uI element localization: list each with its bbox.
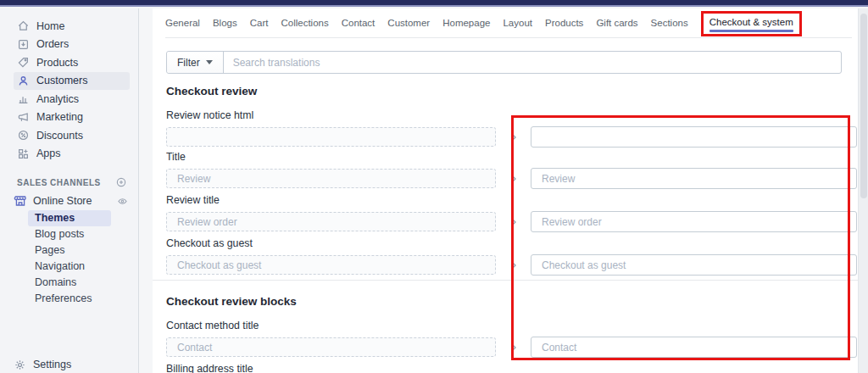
sidebar-item-label: Discounts <box>36 130 83 142</box>
sidebar-item-online-store[interactable]: Online Store <box>14 192 128 209</box>
analytics-bars-icon <box>17 92 30 105</box>
sidebar-item-themes[interactable]: Themes <box>28 210 111 226</box>
source-text-input <box>166 212 496 231</box>
sidebar-item-label: Settings <box>33 359 71 370</box>
chevron-right-icon <box>496 343 531 352</box>
tab-products[interactable]: Products <box>545 18 583 28</box>
sidebar-item-home[interactable]: Home <box>14 17 130 36</box>
sidebar-item-apps[interactable]: Apps <box>14 145 130 164</box>
sidebar-item-products[interactable]: Products <box>14 53 130 72</box>
sidebar-item-settings[interactable]: Settings <box>14 355 71 373</box>
field-label: Checkout as guest <box>166 237 857 250</box>
sidebar-item-label: Home <box>36 20 64 32</box>
translation-text-input[interactable] <box>531 168 857 189</box>
field-label: Review title <box>166 194 857 207</box>
sidebar-item-marketing[interactable]: Marketing <box>14 109 130 127</box>
field-label: Review notice html <box>166 109 857 122</box>
field-label: Billing address title <box>166 363 857 373</box>
tab-customer[interactable]: Customer <box>387 18 430 28</box>
tab-contact[interactable]: Contact <box>342 18 376 28</box>
chevron-right-icon <box>496 218 531 226</box>
tab-homepage[interactable]: Homepage <box>442 18 490 28</box>
source-text-input <box>166 255 496 275</box>
online-store-subnav: Themes Blog posts Pages Navigation Domai… <box>28 210 111 307</box>
sidebar-item-preferences[interactable]: Preferences <box>28 291 111 307</box>
plus-circle-icon[interactable] <box>116 177 126 187</box>
source-text-input <box>166 169 496 188</box>
caret-down-icon <box>206 60 213 64</box>
chevron-right-icon <box>496 261 531 270</box>
chevron-right-icon <box>496 133 531 142</box>
sidebar-item-label: Apps <box>36 148 61 159</box>
tab-checkout-system-annotation-box: Checkout & system <box>701 11 802 36</box>
sidebar-nav: Home Orders Products Customers <box>0 17 138 163</box>
products-tag-icon <box>17 56 30 69</box>
chevron-right-icon <box>496 175 531 183</box>
customers-person-icon <box>17 75 30 87</box>
section-heading-checkout-review: Checkout review <box>166 85 257 98</box>
sidebar-item-label: Online Store <box>33 195 92 207</box>
apps-grid-icon <box>17 148 30 160</box>
section-divider <box>153 280 859 281</box>
sidebar-item-label: Customers <box>36 75 87 86</box>
sidebar-item-label: Products <box>36 57 78 69</box>
search-translations-input[interactable] <box>224 52 841 73</box>
sidebar-item-customers[interactable]: Customers <box>14 72 130 91</box>
top-navigation-bar <box>0 0 868 7</box>
translation-row: Title <box>166 151 857 189</box>
sidebar-item-label: Marketing <box>36 111 83 123</box>
translation-row: Billing address title <box>166 363 857 373</box>
translation-row: Checkout as guest <box>166 237 857 276</box>
gear-icon <box>14 359 26 371</box>
sidebar-item-blog-posts[interactable]: Blog posts <box>28 226 111 242</box>
sidebar-item-analytics[interactable]: Analytics <box>14 90 130 109</box>
sidebar-item-label: Orders <box>36 38 69 50</box>
field-label: Title <box>166 151 857 164</box>
source-text-input <box>166 127 496 147</box>
translation-text-input[interactable] <box>531 337 857 358</box>
tab-cart[interactable]: Cart <box>250 18 269 28</box>
sidebar: Home Orders Products Customers <box>0 8 139 373</box>
sidebar-item-discounts[interactable]: Discounts <box>14 126 130 145</box>
translation-row: Review title <box>166 194 857 232</box>
sidebar-subitem-label: Pages <box>35 244 64 256</box>
filter-button[interactable]: Filter <box>167 52 224 73</box>
tab-general[interactable]: General <box>165 18 200 28</box>
sales-channels-header: SALES CHANNELS <box>17 176 126 188</box>
translation-row: Contact method title <box>166 320 857 358</box>
discounts-percent-icon <box>17 129 30 142</box>
orders-icon <box>17 38 30 51</box>
sidebar-item-domains[interactable]: Domains <box>28 275 111 291</box>
sidebar-subitem-label: Preferences <box>35 292 92 304</box>
translation-text-input[interactable] <box>531 211 857 232</box>
source-text-input <box>166 337 496 357</box>
translation-text-input[interactable] <box>531 126 857 148</box>
eye-icon[interactable] <box>117 196 128 207</box>
language-tabbar: General Blogs Cart Collections Contact C… <box>165 8 852 38</box>
main-content-panel: General Blogs Cart Collections Contact C… <box>153 8 859 373</box>
sidebar-item-label: Analytics <box>36 93 79 105</box>
tab-collections[interactable]: Collections <box>281 18 328 28</box>
sidebar-subitem-label: Domains <box>35 276 76 288</box>
tab-sections[interactable]: Sections <box>651 18 688 28</box>
shopify-admin-window: Home Orders Products Customers <box>0 0 868 373</box>
sidebar-item-orders[interactable]: Orders <box>14 36 130 54</box>
storefront-icon <box>14 194 27 208</box>
translation-row: Review notice html <box>166 109 857 148</box>
scrollbar-thumb[interactable] <box>860 14 867 198</box>
sidebar-subitem-label: Navigation <box>35 260 85 272</box>
translation-text-input[interactable] <box>531 254 857 276</box>
tab-layout[interactable]: Layout <box>503 18 532 28</box>
tab-checkout-system[interactable]: Checkout & system <box>709 17 793 27</box>
tab-gift-cards[interactable]: Gift cards <box>596 18 637 28</box>
field-label: Contact method title <box>166 320 857 332</box>
section-heading-checkout-review-blocks: Checkout review blocks <box>166 295 297 309</box>
tab-blogs[interactable]: Blogs <box>213 18 237 28</box>
sidebar-item-pages[interactable]: Pages <box>28 242 111 259</box>
sidebar-subitem-label: Themes <box>35 212 75 224</box>
vertical-scrollbar[interactable] <box>858 8 868 373</box>
sidebar-item-navigation[interactable]: Navigation <box>28 259 111 275</box>
sales-channels-label: SALES CHANNELS <box>17 178 101 187</box>
home-icon <box>17 19 30 32</box>
sidebar-subitem-label: Blog posts <box>35 228 84 240</box>
